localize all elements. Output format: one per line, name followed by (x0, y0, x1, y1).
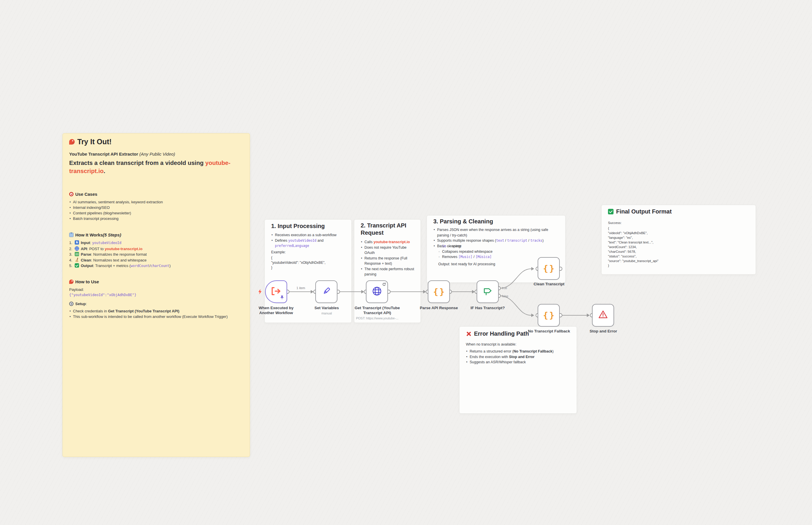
n8n-canvas[interactable]: { "app": {"name": "n8n workflow canvas"}… (0, 0, 812, 525)
error-warning-triangle-icon (598, 310, 608, 321)
code-braces-icon: {} (542, 264, 556, 273)
trigger-lightning-icon[interactable] (258, 289, 262, 296)
node-label-if-has-transcript: IF Has Transcript? (450, 305, 526, 310)
connection-items-label: 1 item (292, 286, 310, 290)
node-label-clean-transcript: Clean Transcript (511, 282, 587, 286)
node-get-transcript-http[interactable] (366, 280, 388, 303)
node-when-executed-by-another-workflow[interactable] (265, 280, 287, 303)
node-clean-transcript[interactable]: {} (538, 257, 560, 280)
if-true-label: true (502, 286, 507, 290)
if-false-label: false (502, 294, 508, 298)
edit-fields-pencil-icon (322, 286, 331, 297)
code-braces-icon: {} (432, 287, 446, 297)
if-signpost-icon (482, 286, 493, 298)
node-sublabel: POST: https://www.youtube-... (340, 316, 415, 321)
node-if-has-transcript[interactable] (477, 280, 499, 303)
node-label-stop-and-error: Stop and Error (565, 329, 641, 334)
node-set-variables[interactable] (315, 280, 338, 303)
retry-on-fail-icon (382, 282, 386, 287)
pinned-data-icon (280, 295, 284, 301)
connections-layer (0, 0, 812, 525)
code-braces-icon: {} (542, 310, 556, 320)
node-no-transcript-fallback[interactable]: {} (538, 304, 560, 327)
http-request-globe-icon (372, 286, 382, 298)
node-stop-and-error[interactable] (592, 304, 614, 327)
node-parse-api-response[interactable]: {} (428, 280, 450, 303)
